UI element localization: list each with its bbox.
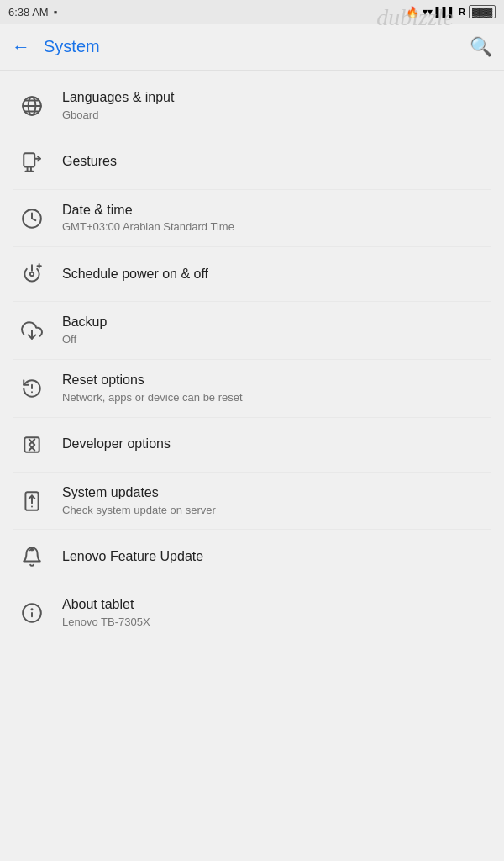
r-label: R: [459, 7, 465, 17]
app-header: ← System 🔍: [0, 24, 504, 71]
status-bar-right: 🔥 ▾▾ ▌▌▌ R ▓▓▓: [406, 5, 496, 18]
signal-icon: ▌▌▌: [436, 7, 455, 17]
reset-subtitle: Network, apps or device can be reset: [62, 391, 243, 405]
svg-rect-5: [24, 153, 34, 166]
settings-item-updates[interactable]: System updates Check system update on se…: [0, 473, 504, 530]
battery-icon: ▓▓▓: [469, 5, 496, 18]
lenovo-title: Lenovo Feature Update: [62, 548, 203, 566]
datetime-title: Date & time: [62, 202, 234, 219]
flame-icon: 🔥: [406, 6, 419, 18]
settings-item-schedule[interactable]: Schedule power on & off: [0, 247, 504, 301]
languages-title: Languages & input: [62, 89, 174, 107]
settings-item-backup[interactable]: Backup Off: [0, 302, 504, 359]
languages-text: Languages & input Gboard: [62, 89, 174, 123]
settings-item-developer[interactable]: Developer options: [0, 418, 504, 472]
status-bar-left: 6:38 AM ▪: [8, 6, 57, 18]
languages-subtitle: Gboard: [62, 108, 174, 123]
schedule-text: Schedule power on & off: [62, 266, 208, 283]
power-schedule-icon: [13, 263, 50, 285]
info-icon: [13, 602, 50, 624]
svg-point-13: [30, 272, 34, 276]
bell-icon: [13, 546, 50, 568]
lenovo-text: Lenovo Feature Update: [62, 548, 203, 566]
settings-item-languages[interactable]: Languages & input Gboard: [0, 77, 504, 135]
wifi-icon: ▾▾: [423, 6, 433, 18]
updates-icon: [13, 490, 50, 512]
about-title: About tablet: [62, 596, 150, 614]
backup-icon: [13, 320, 50, 341]
datetime-text: Date & time GMT+03:00 Arabian Standard T…: [62, 202, 234, 235]
about-subtitle: Lenovo TB-7305X: [62, 615, 150, 630]
reset-icon: [13, 378, 50, 399]
status-bar: 6:38 AM ▪ 🔥 ▾▾ ▌▌▌ R ▓▓▓: [0, 0, 504, 24]
updates-title: System updates: [62, 484, 216, 502]
backup-subtitle: Off: [62, 333, 107, 347]
settings-item-lenovo[interactable]: Lenovo Feature Update: [0, 530, 504, 584]
svg-point-27: [31, 609, 32, 610]
datetime-subtitle: GMT+03:00 Arabian Standard Time: [62, 220, 234, 235]
backup-title: Backup: [62, 314, 107, 331]
reset-title: Reset options: [62, 372, 243, 389]
developer-title: Developer options: [62, 436, 171, 453]
gestures-title: Gestures: [62, 153, 117, 171]
settings-item-reset[interactable]: Reset options Network, apps or device ca…: [0, 360, 504, 417]
gestures-icon: [13, 151, 50, 173]
clock-icon: [13, 208, 50, 230]
notification-icon: ▪: [54, 6, 58, 18]
settings-item-about[interactable]: About tablet Lenovo TB-7305X: [0, 584, 504, 642]
updates-subtitle: Check system update on server: [62, 504, 216, 518]
page-title: System: [44, 37, 470, 56]
search-button[interactable]: 🔍: [470, 36, 492, 58]
settings-item-datetime[interactable]: Date & time GMT+03:00 Arabian Standard T…: [0, 190, 504, 247]
time-display: 6:38 AM: [8, 6, 49, 18]
settings-list: Languages & input Gboard Gestures: [0, 71, 504, 648]
gestures-text: Gestures: [62, 153, 117, 171]
developer-icon: [13, 434, 50, 456]
schedule-title: Schedule power on & off: [62, 266, 208, 283]
settings-item-gestures[interactable]: Gestures: [0, 135, 504, 189]
reset-text: Reset options Network, apps or device ca…: [62, 372, 243, 405]
developer-text: Developer options: [62, 436, 171, 453]
backup-text: Backup Off: [62, 314, 107, 347]
updates-text: System updates Check system update on se…: [62, 484, 216, 518]
svg-rect-19: [24, 437, 39, 452]
globe-icon: [13, 95, 50, 117]
back-button[interactable]: ←: [12, 36, 30, 58]
about-text: About tablet Lenovo TB-7305X: [62, 596, 150, 630]
